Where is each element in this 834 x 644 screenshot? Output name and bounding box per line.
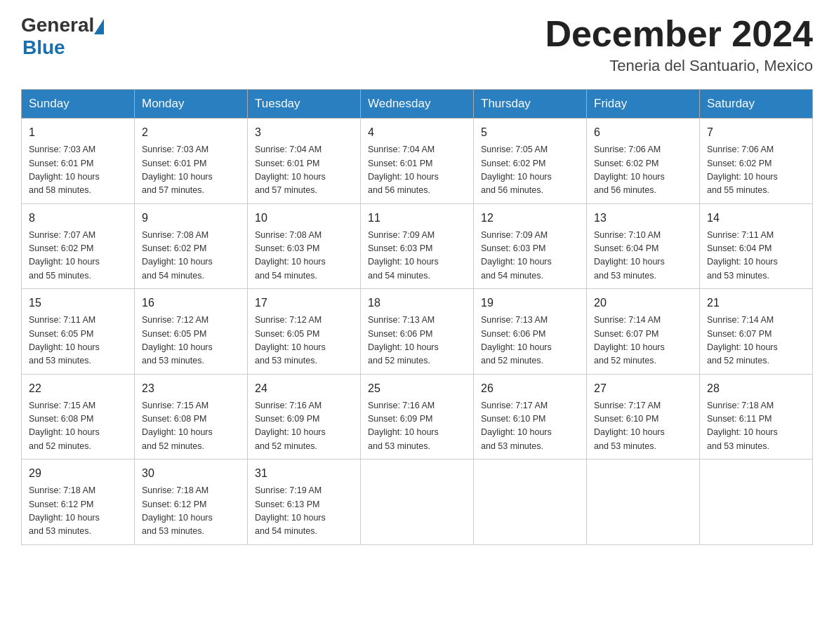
calendar-cell: 13Sunrise: 7:10 AM Sunset: 6:04 PM Dayli…	[587, 203, 700, 289]
calendar-cell	[587, 459, 700, 545]
calendar-cell: 12Sunrise: 7:09 AM Sunset: 6:03 PM Dayli…	[474, 203, 587, 289]
calendar-cell: 4Sunrise: 7:04 AM Sunset: 6:01 PM Daylig…	[361, 119, 474, 204]
day-number: 1	[29, 124, 127, 141]
week-row-4: 22Sunrise: 7:15 AM Sunset: 6:08 PM Dayli…	[22, 374, 813, 459]
calendar-cell: 24Sunrise: 7:16 AM Sunset: 6:09 PM Dayli…	[248, 374, 361, 459]
day-number: 5	[481, 124, 579, 141]
day-info: Sunrise: 7:16 AM Sunset: 6:09 PM Dayligh…	[368, 399, 466, 454]
day-info: Sunrise: 7:06 AM Sunset: 6:02 PM Dayligh…	[707, 143, 805, 198]
calendar-cell: 18Sunrise: 7:13 AM Sunset: 6:06 PM Dayli…	[361, 289, 474, 375]
day-number: 2	[142, 124, 240, 141]
calendar-cell: 26Sunrise: 7:17 AM Sunset: 6:10 PM Dayli…	[474, 374, 587, 459]
day-info: Sunrise: 7:17 AM Sunset: 6:10 PM Dayligh…	[594, 399, 692, 454]
weekday-header-thursday: Thursday	[474, 90, 587, 119]
day-number: 7	[707, 124, 805, 141]
day-info: Sunrise: 7:18 AM Sunset: 6:11 PM Dayligh…	[707, 399, 805, 454]
day-number: 30	[142, 465, 240, 482]
calendar-cell: 14Sunrise: 7:11 AM Sunset: 6:04 PM Dayli…	[700, 203, 813, 289]
week-row-3: 15Sunrise: 7:11 AM Sunset: 6:05 PM Dayli…	[22, 289, 813, 375]
calendar-cell: 17Sunrise: 7:12 AM Sunset: 6:05 PM Dayli…	[248, 289, 361, 375]
day-info: Sunrise: 7:12 AM Sunset: 6:05 PM Dayligh…	[142, 314, 240, 368]
day-number: 10	[255, 210, 353, 227]
calendar-cell	[700, 459, 813, 545]
weekday-header-row: SundayMondayTuesdayWednesdayThursdayFrid…	[22, 90, 813, 119]
day-info: Sunrise: 7:04 AM Sunset: 6:01 PM Dayligh…	[368, 143, 466, 198]
weekday-header-saturday: Saturday	[700, 90, 813, 119]
calendar-cell	[361, 459, 474, 545]
day-info: Sunrise: 7:18 AM Sunset: 6:12 PM Dayligh…	[142, 484, 240, 539]
logo-general-text: General	[21, 14, 94, 36]
day-info: Sunrise: 7:14 AM Sunset: 6:07 PM Dayligh…	[594, 314, 692, 368]
day-info: Sunrise: 7:03 AM Sunset: 6:01 PM Dayligh…	[142, 143, 240, 198]
calendar-cell: 21Sunrise: 7:14 AM Sunset: 6:07 PM Dayli…	[700, 289, 813, 375]
calendar-cell: 3Sunrise: 7:04 AM Sunset: 6:01 PM Daylig…	[248, 119, 361, 204]
calendar-cell: 22Sunrise: 7:15 AM Sunset: 6:08 PM Dayli…	[22, 374, 135, 459]
calendar-cell: 28Sunrise: 7:18 AM Sunset: 6:11 PM Dayli…	[700, 374, 813, 459]
day-info: Sunrise: 7:04 AM Sunset: 6:01 PM Dayligh…	[255, 143, 353, 198]
day-info: Sunrise: 7:09 AM Sunset: 6:03 PM Dayligh…	[368, 229, 466, 283]
calendar-cell: 9Sunrise: 7:08 AM Sunset: 6:02 PM Daylig…	[135, 203, 248, 289]
day-number: 14	[707, 210, 805, 227]
day-number: 19	[481, 295, 579, 311]
month-title: December 2024	[545, 14, 813, 54]
week-row-5: 29Sunrise: 7:18 AM Sunset: 6:12 PM Dayli…	[22, 459, 813, 545]
calendar-cell: 25Sunrise: 7:16 AM Sunset: 6:09 PM Dayli…	[361, 374, 474, 459]
calendar-cell: 27Sunrise: 7:17 AM Sunset: 6:10 PM Dayli…	[587, 374, 700, 459]
calendar-cell	[474, 459, 587, 545]
day-number: 9	[142, 210, 240, 227]
day-info: Sunrise: 7:10 AM Sunset: 6:04 PM Dayligh…	[594, 229, 692, 283]
location-title: Teneria del Santuario, Mexico	[545, 57, 813, 75]
day-info: Sunrise: 7:11 AM Sunset: 6:04 PM Dayligh…	[707, 229, 805, 283]
day-number: 16	[142, 295, 240, 311]
calendar-cell: 1Sunrise: 7:03 AM Sunset: 6:01 PM Daylig…	[22, 119, 135, 204]
day-number: 11	[368, 210, 466, 227]
day-info: Sunrise: 7:16 AM Sunset: 6:09 PM Dayligh…	[255, 399, 353, 454]
weekday-header-monday: Monday	[135, 90, 248, 119]
logo-triangle-icon	[94, 19, 104, 34]
week-row-2: 8Sunrise: 7:07 AM Sunset: 6:02 PM Daylig…	[22, 203, 813, 289]
day-number: 29	[29, 465, 127, 482]
day-info: Sunrise: 7:03 AM Sunset: 6:01 PM Dayligh…	[29, 143, 127, 198]
day-number: 8	[29, 210, 127, 227]
title-area: December 2024 Teneria del Santuario, Mex…	[545, 14, 813, 75]
weekday-header-wednesday: Wednesday	[361, 90, 474, 119]
week-row-1: 1Sunrise: 7:03 AM Sunset: 6:01 PM Daylig…	[22, 119, 813, 204]
day-info: Sunrise: 7:18 AM Sunset: 6:12 PM Dayligh…	[29, 484, 127, 539]
day-number: 15	[29, 295, 127, 311]
weekday-header-tuesday: Tuesday	[248, 90, 361, 119]
day-info: Sunrise: 7:15 AM Sunset: 6:08 PM Dayligh…	[29, 399, 127, 454]
day-info: Sunrise: 7:05 AM Sunset: 6:02 PM Dayligh…	[481, 143, 579, 198]
weekday-header-sunday: Sunday	[22, 90, 135, 119]
calendar-cell: 20Sunrise: 7:14 AM Sunset: 6:07 PM Dayli…	[587, 289, 700, 375]
day-number: 17	[255, 295, 353, 311]
day-number: 28	[707, 380, 805, 397]
day-number: 25	[368, 380, 466, 397]
day-number: 31	[255, 465, 353, 482]
day-number: 3	[255, 124, 353, 141]
day-info: Sunrise: 7:09 AM Sunset: 6:03 PM Dayligh…	[481, 229, 579, 283]
calendar-cell: 23Sunrise: 7:15 AM Sunset: 6:08 PM Dayli…	[135, 374, 248, 459]
day-number: 20	[594, 295, 692, 311]
page-header: General Blue December 2024 Teneria del S…	[21, 14, 813, 75]
day-info: Sunrise: 7:11 AM Sunset: 6:05 PM Dayligh…	[29, 314, 127, 368]
day-number: 18	[368, 295, 466, 311]
day-info: Sunrise: 7:07 AM Sunset: 6:02 PM Dayligh…	[29, 229, 127, 283]
day-number: 13	[594, 210, 692, 227]
calendar-cell: 19Sunrise: 7:13 AM Sunset: 6:06 PM Dayli…	[474, 289, 587, 375]
logo-blue-text: Blue	[22, 36, 65, 59]
day-number: 4	[368, 124, 466, 141]
day-number: 26	[481, 380, 579, 397]
calendar-cell: 7Sunrise: 7:06 AM Sunset: 6:02 PM Daylig…	[700, 119, 813, 204]
day-number: 12	[481, 210, 579, 227]
calendar-cell: 30Sunrise: 7:18 AM Sunset: 6:12 PM Dayli…	[135, 459, 248, 545]
day-info: Sunrise: 7:12 AM Sunset: 6:05 PM Dayligh…	[255, 314, 353, 368]
calendar-cell: 6Sunrise: 7:06 AM Sunset: 6:02 PM Daylig…	[587, 119, 700, 204]
calendar-cell: 8Sunrise: 7:07 AM Sunset: 6:02 PM Daylig…	[22, 203, 135, 289]
day-info: Sunrise: 7:15 AM Sunset: 6:08 PM Dayligh…	[142, 399, 240, 454]
day-info: Sunrise: 7:08 AM Sunset: 6:03 PM Dayligh…	[255, 229, 353, 283]
calendar-cell: 15Sunrise: 7:11 AM Sunset: 6:05 PM Dayli…	[22, 289, 135, 375]
day-info: Sunrise: 7:13 AM Sunset: 6:06 PM Dayligh…	[481, 314, 579, 368]
calendar-cell: 5Sunrise: 7:05 AM Sunset: 6:02 PM Daylig…	[474, 119, 587, 204]
day-number: 22	[29, 380, 127, 397]
day-info: Sunrise: 7:06 AM Sunset: 6:02 PM Dayligh…	[594, 143, 692, 198]
